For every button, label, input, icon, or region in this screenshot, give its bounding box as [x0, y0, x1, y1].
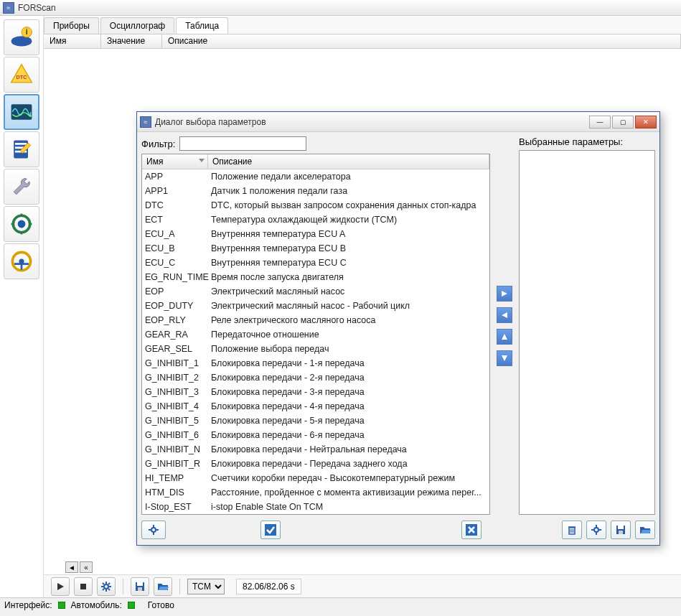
param-name: ECU_A — [142, 229, 208, 239]
param-name: APP1 — [142, 186, 208, 196]
col-name[interactable]: Имя — [44, 34, 101, 48]
stop-button[interactable] — [74, 577, 93, 596]
move-down-button[interactable] — [497, 350, 512, 366]
param-col-desc[interactable]: Описание — [208, 154, 489, 169]
svg-rect-6 — [15, 143, 27, 145]
param-row[interactable]: ECTТемпература охлаждающей жидкости (TCM… — [142, 213, 489, 227]
param-desc: i-stop Enable State On TCM — [208, 502, 489, 512]
svg-line-25 — [103, 583, 104, 584]
param-list[interactable]: APPПоложение педали акселератораAPP1Датч… — [142, 169, 489, 514]
filter-input[interactable] — [179, 136, 306, 151]
sidebar-tests[interactable] — [4, 131, 39, 167]
scroll-start-button[interactable]: ◄ — [65, 561, 78, 573]
status-ready: Готово — [148, 600, 174, 610]
sidebar-dtc[interactable]: DTC — [4, 57, 39, 93]
tabs: Приборы Осциллограф Таблица — [44, 16, 681, 34]
remove-param-button[interactable] — [497, 307, 512, 323]
param-row[interactable]: ECU_AВнутренняя температура ECU A — [142, 227, 489, 241]
param-row[interactable]: HI_TEMPСчетчики коробки передач - Высоко… — [142, 471, 489, 485]
sidebar-config[interactable] — [4, 206, 39, 242]
svg-point-20 — [104, 584, 108, 589]
dialog-titlebar[interactable]: ≈ Диалог выбора параметров — ▢ ✕ — [137, 112, 659, 132]
param-row[interactable]: APP1Датчик 1 положения педали газа — [142, 184, 489, 198]
close-button[interactable]: ✕ — [635, 116, 657, 129]
param-desc: Расстояние, пройденное с момента активиз… — [208, 487, 489, 498]
svg-rect-37 — [265, 524, 276, 536]
param-row[interactable]: G_INHIBIT_1Блокировка передачи - 1-я пер… — [142, 356, 489, 370]
param-desc: Счетчики коробки передач - Высокотемпера… — [208, 473, 489, 483]
right-settings-button[interactable] — [586, 521, 606, 539]
svg-line-27 — [103, 589, 104, 590]
add-param-button[interactable] — [497, 286, 512, 302]
module-select[interactable]: TCM — [187, 579, 225, 594]
maximize-button[interactable]: ▢ — [612, 116, 634, 129]
param-name: DTC — [142, 200, 208, 210]
time-display: 82.06/82.06 s — [236, 579, 301, 594]
scroll-left-button[interactable]: « — [80, 561, 93, 573]
param-name: I-Stop_EST — [142, 502, 208, 512]
param-row[interactable]: G_INHIBIT_4Блокировка передачи - 4-я пер… — [142, 399, 489, 414]
open-button[interactable] — [154, 577, 172, 596]
play-button[interactable] — [51, 577, 70, 596]
svg-point-44 — [594, 528, 598, 532]
sidebar-vehicle-info[interactable]: i — [4, 19, 39, 55]
move-up-button[interactable] — [497, 329, 512, 345]
bottom-toolbar: TCM 82.06/82.06 s — [44, 574, 681, 597]
param-name: ECU_B — [142, 243, 208, 253]
param-row[interactable]: G_INHIBIT_NБлокировка передачи - Нейтрал… — [142, 442, 489, 457]
sidebar-service[interactable] — [4, 169, 39, 205]
param-row[interactable]: ECU_CВнутренняя температура ECU C — [142, 256, 489, 270]
param-row[interactable]: DTCDTC, который вызван запросом сохранен… — [142, 198, 489, 213]
param-row[interactable]: EOPЭлектрический масляный насос — [142, 284, 489, 299]
column-headers: Имя Значение Описание — [44, 34, 681, 49]
sort-indicator-icon — [199, 159, 205, 162]
param-name: G_INHIBIT_N — [142, 444, 208, 454]
col-value[interactable]: Значение — [101, 34, 162, 48]
col-desc[interactable]: Описание — [162, 34, 681, 48]
selected-params-list[interactable] — [519, 150, 655, 515]
param-name: G_INHIBIT_4 — [142, 401, 208, 411]
settings-button[interactable] — [97, 577, 116, 596]
param-row[interactable]: I-Stop_ESTi-stop Enable State On TCM — [142, 500, 489, 514]
minimize-button[interactable]: — — [589, 116, 611, 129]
tab-oscillograph[interactable]: Осциллограф — [100, 17, 174, 34]
param-col-name[interactable]: Имя — [142, 154, 208, 169]
save-button[interactable] — [131, 577, 149, 596]
selected-label: Выбранные параметры: — [519, 136, 655, 147]
param-dialog: ≈ Диалог выбора параметров — ▢ ✕ Фильтр:… — [136, 111, 660, 546]
param-row[interactable]: HTM_DISРасстояние, пройденное с момента … — [142, 485, 489, 500]
sidebar-steering[interactable] — [4, 243, 39, 279]
uncheck-all-button[interactable] — [461, 521, 482, 539]
param-name: EOP_RLY — [142, 315, 208, 325]
param-desc: Температура охлаждающей жидкости (TCM) — [208, 215, 489, 225]
left-settings-button[interactable] — [141, 521, 166, 539]
svg-rect-4 — [11, 104, 32, 120]
svg-line-26 — [108, 589, 110, 590]
param-row[interactable]: APPПоложение педали акселератора — [142, 169, 489, 184]
param-row[interactable]: G_INHIBIT_2Блокировка передачи - 2-я пер… — [142, 370, 489, 385]
sidebar-oscilloscope[interactable] — [4, 94, 39, 130]
save-profile-button[interactable] — [611, 521, 631, 539]
param-row[interactable]: G_INHIBIT_3Блокировка передачи - 3-я пер… — [142, 385, 489, 399]
param-row[interactable]: EOP_RLYРеле электрического масляного нас… — [142, 313, 489, 327]
param-row[interactable]: ECU_BВнутренняя температура ECU B — [142, 241, 489, 256]
param-name: G_INHIBIT_R — [142, 459, 208, 469]
param-row[interactable]: GEAR_SELПоложение выбора передач — [142, 342, 489, 356]
param-row[interactable]: GEAR_RAПередаточное отношение — [142, 327, 489, 342]
param-row[interactable]: EOP_DUTYЭлектрический масляный насос - Р… — [142, 299, 489, 313]
param-desc: Блокировка передачи - 4-я передача — [208, 401, 489, 411]
param-name: ECT — [142, 215, 208, 225]
dialog-title: Диалог выбора параметров — [155, 117, 588, 127]
param-desc: Блокировка передачи - 2-я передача — [208, 373, 489, 383]
param-row[interactable]: G_INHIBIT_RБлокировка передачи - Передач… — [142, 457, 489, 471]
load-profile-button[interactable] — [635, 521, 655, 539]
delete-button[interactable] — [562, 521, 582, 539]
tab-instruments[interactable]: Приборы — [44, 17, 99, 34]
param-row[interactable]: EG_RUN_TIMEВремя после запуска двигателя — [142, 270, 489, 284]
check-all-button[interactable] — [260, 521, 281, 539]
param-desc: Электрический масляный насос - Рабочий ц… — [208, 301, 489, 311]
param-row[interactable]: G_INHIBIT_5Блокировка передачи - 5-я пер… — [142, 414, 489, 428]
tab-table[interactable]: Таблица — [176, 17, 228, 34]
svg-rect-19 — [80, 584, 86, 589]
param-row[interactable]: G_INHIBIT_6Блокировка передачи - 6-я пер… — [142, 428, 489, 442]
